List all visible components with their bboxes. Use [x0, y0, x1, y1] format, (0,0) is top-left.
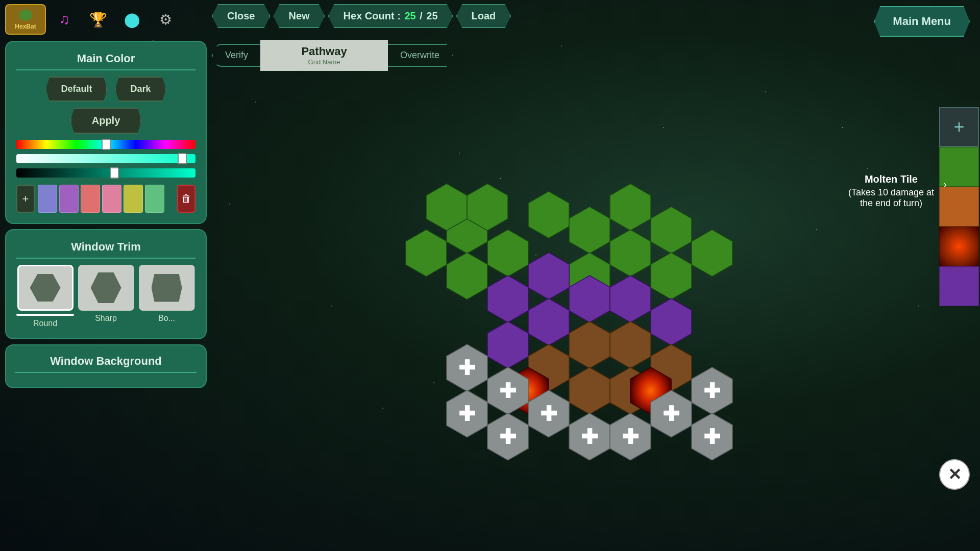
hue-slider-container [16, 140, 195, 151]
svg-text:✚: ✚ [458, 357, 476, 379]
svg-text:✚: ✚ [703, 380, 721, 402]
trim-icon-round [17, 265, 74, 311]
box-hex-icon [152, 274, 182, 302]
grid-name-input[interactable] [286, 45, 362, 58]
molten-info-arrow: › [943, 179, 947, 190]
palette-row: + 🗑 [16, 185, 195, 213]
hex-count-display: Hex Count : 25 / 25 [328, 4, 453, 28]
load-button[interactable]: Load [456, 4, 511, 28]
swatch-2[interactable] [59, 185, 79, 213]
hex-grid-area: ✚ ✚ ✚ ✚ ✚ ✚ ✚ ✚ ✚ ✚ [219, 82, 929, 551]
main-color-title: Main Color [16, 52, 195, 70]
molten-tile-info: Molten Tile (Takes 10 damage atthe end o… [848, 173, 934, 209]
trim-icon-box [139, 265, 195, 311]
tile-molten[interactable] [939, 227, 979, 266]
close-button[interactable]: Close [212, 4, 270, 28]
svg-text:✚: ✚ [540, 403, 557, 425]
swatch-3[interactable] [81, 185, 100, 213]
trim-options: Round Sharp Bo... [16, 265, 195, 328]
svg-text:✚: ✚ [499, 425, 517, 448]
saturation-slider-container [16, 154, 195, 165]
window-background-card: Window Background [5, 344, 207, 388]
sharp-hex-icon [91, 272, 121, 303]
svg-text:✚: ✚ [663, 403, 680, 425]
palette-swatches [38, 185, 174, 213]
hue-slider[interactable] [16, 140, 195, 149]
gear-icon[interactable]: ⚙ [150, 4, 181, 35]
svg-text:✚: ✚ [581, 425, 598, 448]
grid-name-input-wrap: Grid Name [260, 40, 388, 71]
svg-text:✚: ✚ [703, 425, 721, 448]
value-slider[interactable] [16, 168, 195, 178]
left-panel: Main Color Default Dark Apply + 🗑 [5, 41, 207, 388]
color-preset-buttons: Default Dark [16, 77, 195, 102]
value-slider-container [16, 168, 195, 180]
default-button[interactable]: Default [45, 77, 107, 102]
orb-icon[interactable]: ⬤ [116, 4, 147, 35]
hexbat-hex-icon [19, 9, 32, 21]
window-trim-title: Window Trim [16, 240, 195, 259]
swatch-4[interactable] [102, 185, 121, 213]
hexbat-logo: HexBat [5, 4, 46, 35]
trim-option-round[interactable]: Round [16, 265, 74, 328]
apply-button[interactable]: Apply [70, 108, 142, 134]
window-trim-card: Window Trim Round Sharp Bo... [5, 229, 207, 339]
main-color-card: Main Color Default Dark Apply + 🗑 [5, 41, 207, 224]
trim-selected-bar-round [16, 314, 74, 316]
top-toolbar: Close New Hex Count : 25 / 25 Load [212, 4, 511, 28]
round-hex-icon [30, 272, 61, 303]
new-button[interactable]: New [273, 4, 325, 28]
svg-text:✚: ✚ [622, 425, 639, 448]
grid-name-area: Verify Grid Name Overwrite [212, 40, 453, 71]
svg-text:✚: ✚ [499, 380, 517, 402]
swatch-5[interactable] [124, 185, 143, 213]
trim-option-sharp[interactable]: Sharp [77, 265, 135, 328]
zoom-plus-button[interactable]: + [939, 107, 979, 147]
trim-label-sharp: Sharp [95, 314, 117, 323]
overwrite-button[interactable]: Overwrite [388, 44, 453, 67]
trim-label-box: Bo... [158, 314, 175, 323]
close-x-button[interactable]: ✕ [939, 459, 970, 490]
right-tile-panel: + [939, 107, 980, 306]
palette-delete-button[interactable]: 🗑 [177, 185, 195, 213]
verify-button[interactable]: Verify [212, 44, 260, 67]
tile-purple[interactable] [939, 266, 979, 306]
svg-text:✚: ✚ [458, 403, 476, 425]
window-background-title: Window Background [15, 355, 197, 373]
swatch-6[interactable] [145, 185, 164, 213]
trim-option-box[interactable]: Bo... [138, 265, 195, 328]
dark-button[interactable]: Dark [115, 77, 166, 102]
saturation-slider[interactable] [16, 154, 195, 163]
music-icon[interactable]: ♫ [49, 4, 80, 35]
hex-grid-svg: ✚ ✚ ✚ ✚ ✚ ✚ ✚ ✚ ✚ ✚ [396, 163, 753, 469]
palette-add-button[interactable]: + [16, 185, 35, 213]
trophy-icon[interactable]: 🏆 [83, 4, 113, 35]
tile-orange[interactable] [939, 187, 979, 227]
trim-label-round: Round [33, 319, 57, 328]
trim-icon-sharp [78, 265, 134, 311]
main-menu-button[interactable]: Main Menu [874, 6, 970, 37]
swatch-1[interactable] [38, 185, 57, 213]
